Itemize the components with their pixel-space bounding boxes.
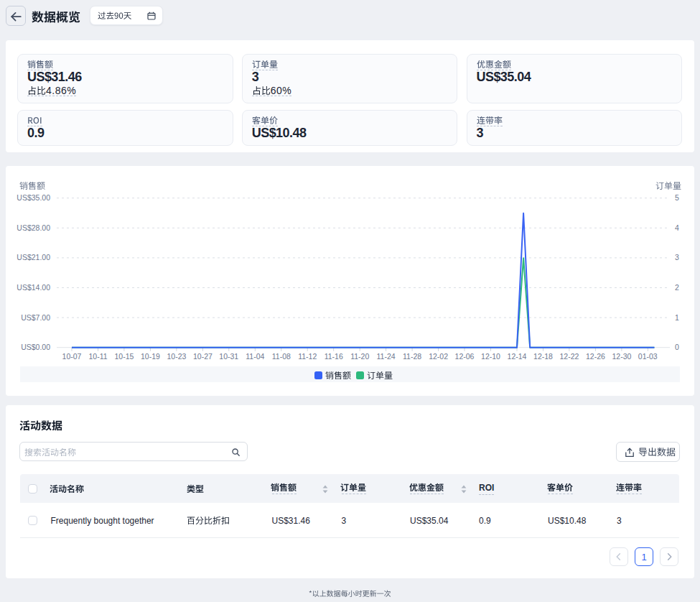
svg-text:11-24: 11-24 (377, 352, 396, 361)
svg-text:US$14.00: US$14.00 (17, 283, 50, 292)
svg-text:12-18: 12-18 (533, 352, 553, 361)
svg-text:10-11: 10-11 (88, 352, 107, 361)
svg-text:US$7.00: US$7.00 (21, 313, 50, 322)
svg-text:10-27: 10-27 (193, 352, 213, 361)
svg-text:US$21.00: US$21.00 (17, 253, 50, 261)
svg-text:01-03: 01-03 (638, 352, 658, 361)
svg-text:10-15: 10-15 (114, 352, 134, 361)
svg-text:12-30: 12-30 (612, 352, 631, 361)
svg-text:12-02: 12-02 (429, 352, 448, 361)
svg-text:1: 1 (675, 313, 679, 322)
svg-text:3: 3 (675, 253, 679, 261)
svg-text:2: 2 (675, 283, 679, 292)
svg-text:12-10: 12-10 (481, 352, 500, 361)
svg-text:10-23: 10-23 (167, 352, 186, 361)
svg-text:12-06: 12-06 (455, 352, 475, 361)
svg-text:12-14: 12-14 (508, 352, 527, 361)
svg-text:11-20: 11-20 (350, 352, 369, 361)
svg-text:11-12: 11-12 (298, 352, 317, 361)
svg-text:10-19: 10-19 (141, 352, 160, 361)
svg-text:10-07: 10-07 (62, 352, 82, 361)
svg-text:10-31: 10-31 (219, 352, 238, 361)
svg-text:11-04: 11-04 (246, 352, 264, 361)
svg-text:4: 4 (675, 223, 679, 232)
svg-text:US$0.00: US$0.00 (21, 343, 50, 351)
svg-text:12-26: 12-26 (586, 352, 605, 361)
svg-text:11-16: 11-16 (325, 352, 343, 361)
svg-text:US$28.00: US$28.00 (17, 223, 50, 232)
svg-text:12-22: 12-22 (559, 352, 579, 361)
svg-text:11-28: 11-28 (403, 352, 421, 361)
svg-text:11-08: 11-08 (272, 352, 291, 361)
svg-text:5: 5 (675, 193, 679, 202)
svg-text:0: 0 (675, 343, 679, 351)
svg-text:US$35.00: US$35.00 (17, 193, 50, 202)
